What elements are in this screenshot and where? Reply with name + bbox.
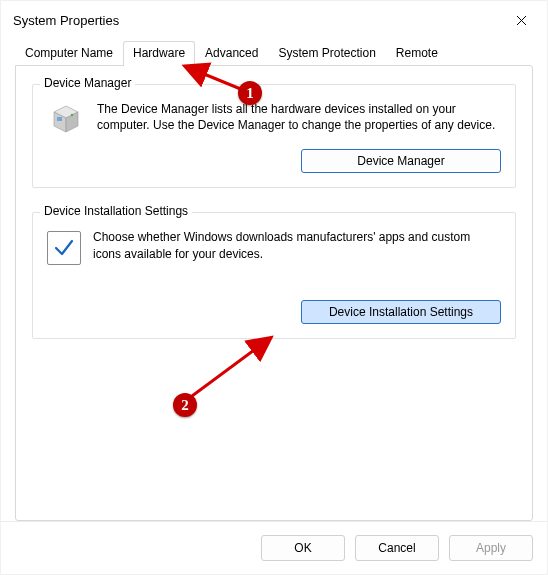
dialog-body: Computer Name Hardware Advanced System P… [1, 39, 547, 521]
device-installation-settings-group: Device Installation Settings Choose whet… [32, 212, 516, 338]
device-manager-icon [47, 101, 85, 139]
tab-computer-name[interactable]: Computer Name [15, 41, 123, 65]
svg-point-4 [71, 114, 73, 116]
close-icon[interactable] [505, 6, 537, 34]
svg-rect-3 [57, 117, 62, 121]
tab-hardware[interactable]: Hardware [123, 41, 195, 66]
window-title: System Properties [13, 13, 119, 28]
system-properties-window: System Properties Computer Name Hardware… [0, 0, 548, 575]
dialog-footer: OK Cancel Apply [1, 521, 547, 574]
tab-advanced[interactable]: Advanced [195, 41, 268, 65]
checkmark-icon [47, 231, 81, 265]
tab-strip: Computer Name Hardware Advanced System P… [15, 41, 533, 65]
apply-button[interactable]: Apply [449, 535, 533, 561]
device-installation-settings-description: Choose whether Windows downloads manufac… [93, 229, 501, 261]
device-manager-description: The Device Manager lists all the hardwar… [97, 101, 501, 133]
device-manager-button[interactable]: Device Manager [301, 149, 501, 173]
cancel-button[interactable]: Cancel [355, 535, 439, 561]
tab-panel-hardware: Device Manager [15, 65, 533, 521]
device-installation-settings-group-label: Device Installation Settings [40, 204, 192, 218]
tab-system-protection[interactable]: System Protection [268, 41, 385, 65]
device-manager-group: Device Manager [32, 84, 516, 188]
ok-button[interactable]: OK [261, 535, 345, 561]
tab-remote[interactable]: Remote [386, 41, 448, 65]
device-manager-group-label: Device Manager [40, 76, 135, 90]
titlebar: System Properties [1, 1, 547, 39]
device-installation-settings-button[interactable]: Device Installation Settings [301, 300, 501, 324]
